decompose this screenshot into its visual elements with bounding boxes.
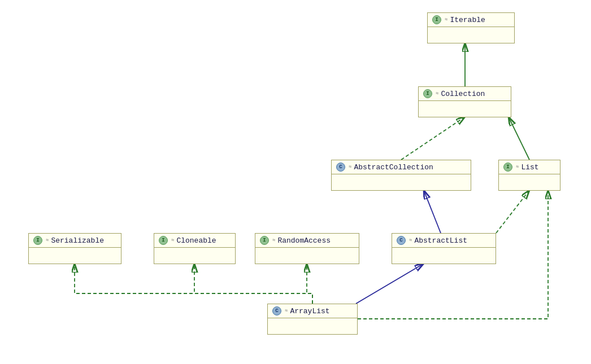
node-collection-body — [419, 101, 511, 117]
abstractlist-badge: C — [397, 236, 406, 245]
abstractcollection-badge: C — [336, 163, 345, 172]
abstractlist-label: AbstractList — [414, 236, 467, 245]
node-cloneable: I ≈ Cloneable — [154, 233, 236, 264]
node-cloneable-header: I ≈ Cloneable — [154, 234, 235, 248]
node-abstractcollection-body — [332, 174, 471, 190]
list-label: List — [521, 163, 538, 172]
arraylist-label: ArrayList — [290, 307, 329, 315]
node-serializable-header: I ≈ Serializable — [29, 234, 121, 248]
node-abstractcollection-header: C ≈ AbstractCollection — [332, 160, 471, 174]
svg-line-5 — [356, 264, 424, 304]
serializable-badge: I — [33, 236, 42, 245]
node-randomaccess-body — [255, 248, 359, 264]
node-iterable: I ≈ Iterable — [427, 12, 515, 43]
node-serializable-body — [29, 248, 121, 264]
abstractcollection-label: AbstractCollection — [354, 163, 433, 172]
node-arraylist-header: C ≈ ArrayList — [268, 304, 357, 318]
node-randomaccess: I ≈ RandomAccess — [255, 233, 359, 264]
node-collection-header: I ≈ Collection — [419, 87, 511, 101]
iterable-badge: I — [432, 15, 441, 24]
svg-line-1 — [401, 117, 465, 160]
cloneable-badge: I — [159, 236, 168, 245]
collection-badge: I — [423, 89, 432, 98]
serializable-label: Serializable — [51, 236, 104, 245]
node-randomaccess-header: I ≈ RandomAccess — [255, 234, 359, 248]
node-iterable-header: I ≈ Iterable — [428, 13, 514, 27]
node-cloneable-body — [154, 248, 235, 264]
node-list: I ≈ List — [498, 160, 560, 191]
randomaccess-badge: I — [260, 236, 269, 245]
list-badge: I — [503, 163, 512, 172]
node-arraylist: C ≈ ArrayList — [267, 304, 358, 335]
randomaccess-label: RandomAccess — [277, 236, 331, 245]
node-serializable: I ≈ Serializable — [28, 233, 121, 264]
svg-line-2 — [509, 117, 529, 160]
node-arraylist-body — [268, 318, 357, 334]
node-abstractlist: C ≈ AbstractList — [392, 233, 496, 264]
svg-line-3 — [424, 190, 441, 233]
arraylist-badge: C — [272, 306, 281, 315]
node-list-header: I ≈ List — [499, 160, 560, 174]
node-abstractlist-body — [392, 248, 496, 264]
iterable-label: Iterable — [450, 16, 485, 24]
svg-line-4 — [496, 190, 529, 233]
node-list-body — [499, 174, 560, 190]
collection-label: Collection — [441, 90, 485, 98]
node-collection: I ≈ Collection — [418, 86, 511, 117]
node-abstractlist-header: C ≈ AbstractList — [392, 234, 496, 248]
cloneable-label: Cloneable — [176, 236, 216, 245]
node-abstractcollection: C ≈ AbstractCollection — [331, 160, 471, 191]
node-iterable-body — [428, 27, 514, 43]
